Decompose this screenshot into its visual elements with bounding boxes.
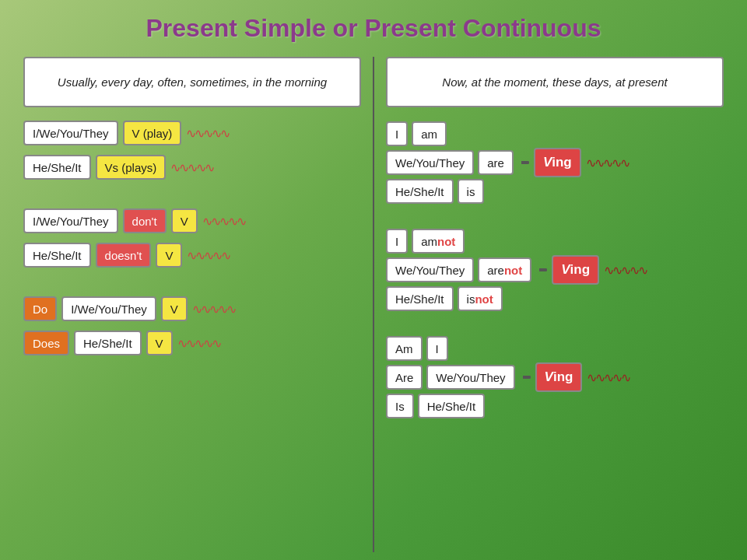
- neg-am-not: am not: [412, 229, 465, 254]
- neg-aux1: don't: [123, 208, 167, 233]
- q-aux2: Does: [23, 331, 69, 355]
- left-negative-row2: He/She/It doesn't V ∿∿∿∿∿: [23, 243, 361, 268]
- right-negative-section: I am not We/You/They are not He/She/It i…: [386, 229, 724, 311]
- neg-wave: ∿∿∿∿∿: [604, 263, 647, 278]
- ving-v: V: [543, 155, 552, 170]
- bracket-negative: [539, 268, 547, 271]
- ving-ing: ing: [552, 155, 572, 170]
- q-Am: Am: [386, 336, 423, 361]
- q-Are: Are: [386, 365, 423, 390]
- q-I: I: [426, 336, 448, 361]
- not-text3: not: [475, 292, 493, 306]
- aff-am: am: [412, 121, 447, 146]
- left-negative-row1: I/We/You/They don't V ∿∿∿∿∿: [23, 208, 361, 233]
- q-v1: V: [161, 296, 188, 321]
- neg-are-not: are not: [478, 257, 531, 282]
- right-affirmative-section: I am We/You/They are He/She/It is Ving ∿…: [386, 121, 724, 204]
- neg-subject1: I/We/You/They: [23, 208, 118, 233]
- q-ving-v: V: [545, 369, 553, 385]
- left-question-row1: Do I/We/You/They V ∿∿∿∿∿: [23, 296, 361, 321]
- neg-we-you-they: We/You/They: [386, 257, 474, 282]
- q-aux1: Do: [23, 296, 57, 321]
- wave-icon4: ∿∿∿∿∿: [187, 248, 230, 263]
- q-ving-ing: ing: [553, 369, 573, 385]
- neg-I: I: [386, 229, 408, 254]
- aff-we-you-they: We/You/They: [386, 150, 474, 175]
- neg-ving: Ving: [552, 255, 599, 285]
- not-text1: not: [437, 235, 455, 248]
- neg-v2: V: [156, 243, 182, 268]
- q-subject2: He/She/It: [74, 331, 142, 355]
- wave-icon2: ∿∿∿∿∿: [170, 160, 213, 175]
- subject-box2: He/She/It: [23, 155, 91, 180]
- aff-is: is: [458, 179, 485, 204]
- verb-box2: Vs (plays): [96, 155, 167, 180]
- q-WeYouThey: We/You/They: [426, 365, 514, 390]
- q-HeSheIt: He/She/It: [418, 394, 486, 418]
- neg-subject2: He/She/It: [23, 243, 91, 268]
- left-affirmative-row2: He/She/It Vs (plays) ∿∿∿∿∿: [23, 155, 361, 180]
- aff-are: are: [478, 150, 514, 175]
- neg-is-not: is not: [458, 286, 503, 311]
- wave-icon: ∿∿∿∿∿: [186, 126, 229, 141]
- neg-ving-v: V: [561, 262, 570, 278]
- wave-icon5: ∿∿∿∿∿: [192, 302, 235, 317]
- q-subject1: I/We/You/They: [61, 296, 156, 321]
- q-wave: ∿∿∿∿∿: [587, 370, 630, 385]
- aff-I: I: [386, 121, 408, 146]
- right-question-section: Am I Are We/You/They Is He/She/It Ving ∿…: [386, 336, 724, 418]
- left-question-row2: Does He/She/It V ∿∿∿∿∿: [23, 331, 361, 355]
- neg-v1: V: [171, 208, 198, 233]
- right-header: Now, at the moment, these days, at prese…: [386, 57, 724, 107]
- neg-he-she-it: He/She/It: [386, 286, 454, 311]
- aff-he-she-it: He/She/It: [386, 179, 454, 204]
- q-ving: Ving: [535, 362, 583, 392]
- left-affirmative-row1: I/We/You/They V (play) ∿∿∿∿∿: [23, 121, 361, 145]
- q-Is: Is: [386, 394, 414, 418]
- aff-wave: ∿∿∿∿∿: [586, 156, 629, 170]
- wave-icon3: ∿∿∿∿∿: [202, 214, 245, 229]
- bracket-affirmative: [521, 161, 529, 164]
- neg-aux2: doesn't: [96, 243, 152, 268]
- aff-ving: Ving: [534, 148, 581, 177]
- page-title: Present Simple or Present Continuous: [146, 14, 601, 43]
- left-header: Usually, every day, often, sometimes, in…: [23, 57, 361, 107]
- subject-box: I/We/You/They: [23, 121, 118, 145]
- bracket-question: [523, 376, 531, 379]
- wave-icon6: ∿∿∿∿∿: [177, 336, 220, 351]
- q-v2: V: [146, 331, 173, 355]
- verb-box: V (play): [123, 121, 182, 145]
- not-text2: not: [504, 264, 522, 277]
- neg-ving-ing: ing: [570, 262, 591, 278]
